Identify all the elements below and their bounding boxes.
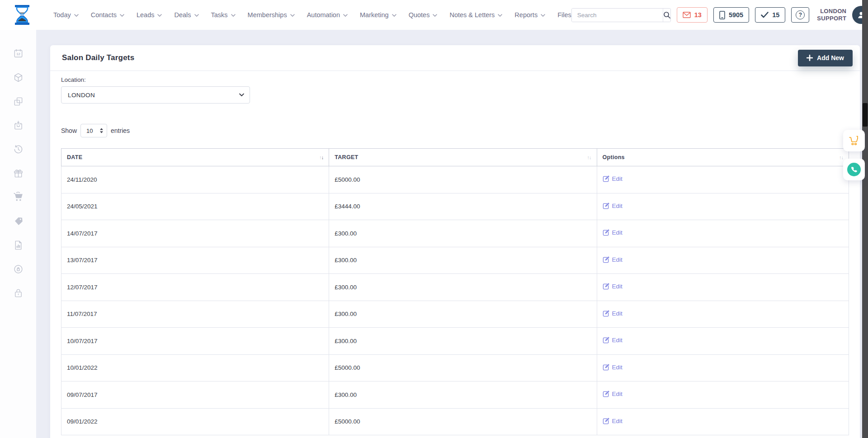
search-button[interactable] xyxy=(663,9,671,22)
edit-link[interactable]: Edit xyxy=(603,175,623,182)
nav-item-leads[interactable]: Leads xyxy=(137,11,162,19)
table-header-row: DATE ↑↓ TARGET ↑↓ Options ↑↓ xyxy=(61,149,849,166)
cart-floating-button[interactable] xyxy=(843,130,865,151)
nav-item-tasks[interactable]: Tasks xyxy=(211,11,236,19)
chevron-down-icon xyxy=(231,14,236,17)
edit-link[interactable]: Edit xyxy=(603,418,623,424)
target-cell: £5000.00 xyxy=(329,354,597,381)
nav-item-today[interactable]: Today xyxy=(53,11,79,19)
nav-item-notes-letters[interactable]: Notes & Letters xyxy=(449,11,502,19)
search-input[interactable] xyxy=(572,9,663,22)
calendar-icon[interactable]: 12 xyxy=(13,48,24,59)
column-label: TARGET xyxy=(335,154,358,160)
sort-icon: ↑↓ xyxy=(587,155,591,160)
nav-item-deals[interactable]: Deals xyxy=(174,11,198,19)
edit-label: Edit xyxy=(612,310,623,317)
tasks-count: 15 xyxy=(772,11,779,19)
date-value: 10/01/2022 xyxy=(67,364,98,371)
plus-icon xyxy=(807,55,813,61)
nav-item-memberships[interactable]: Memberships xyxy=(248,11,295,19)
nav-item-files[interactable]: Files xyxy=(557,11,571,19)
cart-icon[interactable] xyxy=(13,192,24,203)
date-cell: 12/07/2017 xyxy=(61,274,329,301)
edit-link[interactable]: Edit xyxy=(603,310,623,317)
price-tag-icon[interactable] xyxy=(13,216,24,226)
edit-label: Edit xyxy=(612,418,623,424)
phone-icon xyxy=(847,163,861,176)
edit-label: Edit xyxy=(612,283,623,290)
secure-account-icon[interactable] xyxy=(13,264,24,274)
edit-icon xyxy=(603,364,609,371)
help-badge[interactable]: ? xyxy=(791,7,809,23)
edit-icon xyxy=(603,203,609,209)
content-card: Salon Daily Targets Add New Location: LO… xyxy=(50,45,860,438)
target-cell: £300.00 xyxy=(329,247,597,274)
edit-link[interactable]: Edit xyxy=(603,364,623,371)
add-new-button[interactable]: Add New xyxy=(798,50,853,66)
mail-badge[interactable]: 13 xyxy=(677,7,708,23)
lock-icon[interactable] xyxy=(13,287,24,298)
nav-item-label: Leads xyxy=(137,11,155,19)
chevron-down-icon xyxy=(433,14,437,17)
target-value: £5000.00 xyxy=(335,364,360,371)
add-new-label: Add New xyxy=(817,54,844,61)
nav-item-marketing[interactable]: Marketing xyxy=(360,11,396,19)
date-cell: 24/05/2021 xyxy=(61,193,329,220)
nav-item-label: Memberships xyxy=(248,11,287,19)
edit-link[interactable]: Edit xyxy=(603,229,623,236)
column-label: DATE xyxy=(67,154,82,160)
page-scrollbar[interactable] xyxy=(862,0,868,438)
page-length-select-wrap: 10 xyxy=(80,124,107,137)
nav-item-contacts[interactable]: Contacts xyxy=(91,11,124,19)
column-header-date[interactable]: DATE ↑↓ xyxy=(61,149,329,166)
gift-icon[interactable] xyxy=(13,168,24,179)
history-icon[interactable] xyxy=(13,144,24,155)
edit-link[interactable]: Edit xyxy=(603,283,623,290)
edit-link[interactable]: Edit xyxy=(603,256,623,263)
table-row: 09/01/2022 £5000.00 Edit xyxy=(61,408,849,435)
phone-floating-button[interactable] xyxy=(843,159,865,180)
main-content: Salon Daily Targets Add New Location: LO… xyxy=(36,30,868,438)
edit-link[interactable]: Edit xyxy=(603,203,623,209)
date-value: 24/11/2020 xyxy=(67,176,97,183)
target-value: £5000.00 xyxy=(335,176,360,183)
date-value: 10/07/2017 xyxy=(67,338,98,344)
checkmark-icon xyxy=(761,12,769,18)
chevron-down-icon xyxy=(290,14,295,17)
page-length-select[interactable]: 10 xyxy=(80,124,107,137)
tasks-badge[interactable]: 15 xyxy=(755,7,785,23)
bag-receive-icon[interactable] xyxy=(13,120,24,131)
edit-icon xyxy=(603,391,609,397)
options-cell: Edit xyxy=(597,354,849,381)
package-icon[interactable] xyxy=(13,72,24,83)
targets-table: DATE ↑↓ TARGET ↑↓ Options ↑↓ xyxy=(61,148,849,435)
column-header-target[interactable]: TARGET ↑↓ xyxy=(329,149,597,166)
target-value: £3444.00 xyxy=(335,203,360,210)
app-logo[interactable] xyxy=(13,5,32,25)
nav-item-reports[interactable]: Reports xyxy=(514,11,545,19)
phone-calls-badge[interactable]: 5905 xyxy=(713,7,749,23)
edit-label: Edit xyxy=(612,364,623,371)
nav-item-automation[interactable]: Automation xyxy=(307,11,348,19)
copy-pages-icon[interactable] xyxy=(13,96,24,107)
target-cell: £5000.00 xyxy=(329,408,597,435)
edit-link[interactable]: Edit xyxy=(603,391,623,397)
date-value: 11/07/2017 xyxy=(67,311,97,317)
location-select[interactable]: LONDON xyxy=(61,86,250,104)
edit-link[interactable]: Edit xyxy=(603,337,623,344)
target-value: £300.00 xyxy=(335,284,357,291)
mail-icon xyxy=(683,12,691,18)
edit-label: Edit xyxy=(612,256,623,263)
nav-item-label: Tasks xyxy=(211,11,228,19)
column-header-options[interactable]: Options ↑↓ xyxy=(597,149,849,166)
search-icon xyxy=(663,11,671,19)
table-row: 24/11/2020 £5000.00 Edit xyxy=(61,166,849,193)
user-name-line1: LONDON xyxy=(817,8,846,15)
hourglass-logo-icon xyxy=(13,5,32,25)
chevron-down-icon xyxy=(157,14,162,17)
report-icon[interactable] xyxy=(13,240,24,250)
entries-label: entries xyxy=(111,127,130,134)
nav-item-label: Today xyxy=(53,11,71,19)
scrollbar-thumb[interactable] xyxy=(863,103,868,127)
nav-item-quotes[interactable]: Quotes xyxy=(409,11,438,19)
